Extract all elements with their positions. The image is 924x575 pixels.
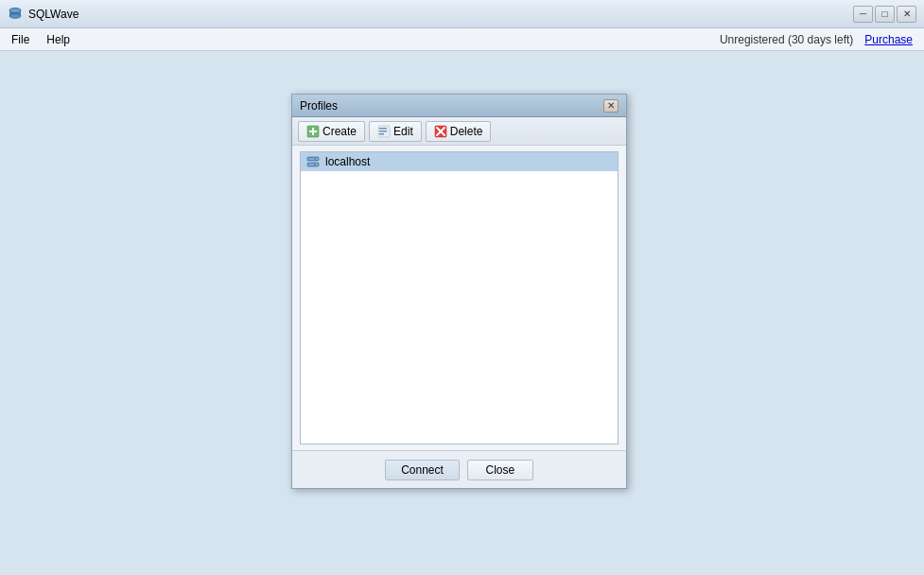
main-area: Profiles ✕ Create xyxy=(0,51,924,575)
menu-file[interactable]: File xyxy=(4,31,37,48)
dialog-title-bar: Profiles ✕ xyxy=(292,95,626,117)
app-icon xyxy=(8,7,23,22)
server-icon xyxy=(306,155,320,168)
profiles-dialog: Profiles ✕ Create xyxy=(291,94,627,489)
dialog-toolbar: Create Edit xyxy=(292,117,626,146)
dialog-footer: Connect Close xyxy=(292,450,626,488)
create-icon xyxy=(306,125,320,138)
edit-button[interactable]: Edit xyxy=(369,121,422,142)
menu-help[interactable]: Help xyxy=(39,31,78,48)
edit-icon xyxy=(377,125,391,138)
dialog-title: Profiles xyxy=(300,99,338,113)
menu-right: Unregistered (30 days left) Purchase xyxy=(720,33,920,46)
svg-point-16 xyxy=(316,158,318,160)
svg-point-2 xyxy=(9,13,21,18)
menu-bar: File Help Unregistered (30 days left) Pu… xyxy=(0,28,924,51)
title-left: SQLWave xyxy=(8,7,78,22)
edit-label: Edit xyxy=(393,125,413,138)
profiles-list[interactable]: localhost xyxy=(300,151,619,444)
svg-rect-6 xyxy=(309,131,317,132)
delete-label: Delete xyxy=(450,125,483,138)
delete-button[interactable]: Delete xyxy=(426,121,492,142)
create-button[interactable]: Create xyxy=(298,121,365,142)
svg-rect-10 xyxy=(379,133,384,135)
list-item[interactable]: localhost xyxy=(301,152,618,171)
unregistered-text: Unregistered (30 days left) xyxy=(720,33,853,46)
app-title: SQLWave xyxy=(28,8,78,21)
svg-rect-8 xyxy=(379,128,387,130)
title-bar: SQLWave ─ □ ✕ xyxy=(0,0,924,28)
minimize-button[interactable]: ─ xyxy=(853,6,873,23)
svg-rect-19 xyxy=(308,165,314,166)
title-controls: ─ □ ✕ xyxy=(853,6,916,23)
create-label: Create xyxy=(323,125,357,138)
dialog-close-footer-button[interactable]: Close xyxy=(467,460,533,480)
dialog-close-button[interactable]: ✕ xyxy=(603,99,619,113)
purchase-link[interactable]: Purchase xyxy=(864,33,913,46)
menu-items: File Help xyxy=(4,31,78,48)
maximize-button[interactable]: □ xyxy=(875,6,895,23)
svg-rect-9 xyxy=(379,131,387,132)
svg-rect-18 xyxy=(308,159,314,160)
close-button[interactable]: ✕ xyxy=(897,6,916,23)
svg-point-17 xyxy=(316,164,318,166)
delete-icon xyxy=(434,125,447,138)
profile-name: localhost xyxy=(325,155,370,168)
svg-point-3 xyxy=(9,8,21,12)
connect-button[interactable]: Connect xyxy=(385,460,460,480)
